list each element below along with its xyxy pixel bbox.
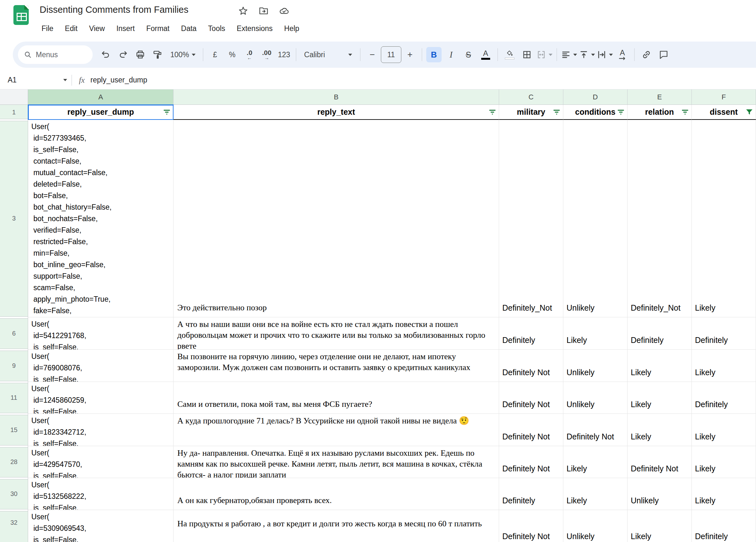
- row-header[interactable]: 9: [0, 350, 28, 382]
- cell-dissent[interactable]: Likely: [692, 446, 756, 478]
- menu-data[interactable]: Data: [177, 22, 201, 35]
- text-rotation-button[interactable]: A: [615, 47, 630, 62]
- cell-reply-text[interactable]: А что вы наши ваши они все на войне есть…: [174, 317, 499, 350]
- cell-reply-user-dump[interactable]: User( id=769008076, is_self=False,: [28, 350, 174, 382]
- row-header-1[interactable]: 1: [0, 105, 28, 120]
- cell-c1[interactable]: military: [499, 105, 563, 120]
- text-wrap-button[interactable]: [597, 47, 613, 62]
- cell-conditions[interactable]: Unlikely: [563, 510, 628, 542]
- strikethrough-button[interactable]: S: [461, 47, 476, 62]
- cell-reply-user-dump[interactable]: User( id=429547570, is_self=False,: [28, 446, 174, 478]
- menus-search-button[interactable]: Menus: [18, 45, 93, 64]
- row-header[interactable]: 11: [0, 382, 28, 414]
- cell-conditions[interactable]: Likely: [563, 317, 628, 350]
- cell-dissent[interactable]: Likely: [692, 478, 756, 510]
- row-header[interactable]: 32: [0, 510, 28, 542]
- cell-relation[interactable]: Definitely_Not: [628, 120, 692, 317]
- menu-help[interactable]: Help: [280, 22, 304, 35]
- cell-dissent[interactable]: Likely: [692, 350, 756, 382]
- column-header-a[interactable]: A: [28, 89, 174, 105]
- cell-military[interactable]: Definitely Not: [499, 510, 563, 542]
- format-percent-button[interactable]: %: [225, 47, 240, 62]
- filter-lines-icon[interactable]: [617, 108, 625, 116]
- cell-reply-text[interactable]: Это действительно позор: [174, 120, 499, 317]
- cell-reply-user-dump[interactable]: User( id=5277393465, is_self=False, cont…: [28, 120, 174, 317]
- font-size-input[interactable]: 11: [381, 46, 401, 63]
- cell-conditions[interactable]: Likely: [563, 446, 628, 478]
- cell-dissent[interactable]: Definitely: [692, 510, 756, 542]
- filter-lines-icon[interactable]: [552, 108, 561, 116]
- row-header[interactable]: 3: [0, 120, 28, 317]
- menu-file[interactable]: File: [37, 22, 58, 35]
- insert-comment-button[interactable]: [656, 47, 671, 62]
- cell-reply-user-dump[interactable]: User( id=5412291768, is_self=False,: [28, 317, 174, 350]
- cell-conditions[interactable]: Likely: [563, 478, 628, 510]
- cell-f1[interactable]: dissent: [692, 105, 756, 120]
- print-button[interactable]: [133, 47, 148, 62]
- increase-font-size-button[interactable]: +: [402, 47, 418, 62]
- bold-button[interactable]: B: [426, 47, 442, 62]
- row-header[interactable]: 6: [0, 317, 28, 350]
- cell-a1-selected[interactable]: reply_user_dump: [28, 105, 174, 120]
- column-header-d[interactable]: D: [563, 89, 628, 105]
- cloud-saved-icon[interactable]: [279, 6, 289, 17]
- column-header-e[interactable]: E: [628, 89, 692, 105]
- cell-military[interactable]: Definitely Not: [499, 382, 563, 414]
- cell-e1[interactable]: relation: [628, 105, 692, 120]
- cell-military[interactable]: Definitely Not: [499, 414, 563, 446]
- column-header-b[interactable]: B: [174, 89, 499, 105]
- cell-dissent[interactable]: Likely: [692, 414, 756, 446]
- name-box[interactable]: A1: [0, 76, 72, 84]
- cell-military[interactable]: Definitely_Not: [499, 120, 563, 317]
- paint-format-button[interactable]: [150, 47, 165, 62]
- cell-conditions[interactable]: Unlikely: [563, 120, 628, 317]
- cell-dissent[interactable]: Definitely: [692, 382, 756, 414]
- move-to-folder-icon[interactable]: [258, 6, 269, 17]
- cell-military[interactable]: Definitely: [499, 317, 563, 350]
- menu-extensions[interactable]: Extensions: [232, 22, 277, 35]
- cell-reply-text[interactable]: Ну да- направления. Опечатка. Ещё я их н…: [174, 446, 499, 478]
- menu-edit[interactable]: Edit: [60, 22, 82, 35]
- text-color-button[interactable]: A: [478, 47, 493, 62]
- cell-reply-text[interactable]: А он как губернатор,обязан проверять все…: [174, 478, 499, 510]
- fill-color-button[interactable]: [502, 47, 517, 62]
- cell-military[interactable]: Definitely Not: [499, 350, 563, 382]
- cell-relation[interactable]: Unlikely: [628, 478, 692, 510]
- insert-link-button[interactable]: [639, 47, 654, 62]
- filter-lines-icon[interactable]: [488, 108, 497, 116]
- row-header[interactable]: 28: [0, 446, 28, 478]
- cell-conditions[interactable]: Unlikely: [563, 350, 628, 382]
- select-all-corner[interactable]: [0, 89, 28, 105]
- cell-conditions[interactable]: Definitely Not: [563, 414, 628, 446]
- italic-button[interactable]: I: [444, 47, 459, 62]
- cell-reply-user-dump[interactable]: User( id=1245860259, is_self=False,: [28, 382, 174, 414]
- cell-relation[interactable]: Likely: [628, 350, 692, 382]
- column-header-c[interactable]: C: [499, 89, 563, 105]
- horizontal-align-button[interactable]: [561, 47, 577, 62]
- cell-dissent[interactable]: Definitely: [692, 317, 756, 350]
- vertical-align-button[interactable]: [579, 47, 595, 62]
- cell-relation[interactable]: Definitely Not: [628, 446, 692, 478]
- more-formats-button[interactable]: 123: [276, 47, 292, 62]
- decrease-decimal-button[interactable]: .0 ←: [242, 47, 257, 62]
- cell-reply-text[interactable]: Вы позвоните на горячую линию, через отд…: [174, 350, 499, 382]
- filter-lines-icon[interactable]: [681, 108, 689, 116]
- menu-view[interactable]: View: [85, 22, 109, 35]
- cell-reply-text[interactable]: Сами и ответили, пока мой там, вы меня Ф…: [174, 382, 499, 414]
- star-icon[interactable]: [238, 6, 248, 17]
- cell-reply-user-dump[interactable]: User( id=1823342712, is_self=False,: [28, 414, 174, 446]
- font-family-selector[interactable]: Calibri: [300, 47, 356, 62]
- menu-format[interactable]: Format: [142, 22, 174, 35]
- cell-d1[interactable]: conditions: [563, 105, 628, 120]
- cell-relation[interactable]: Likely: [628, 414, 692, 446]
- cell-relation[interactable]: Likely: [628, 382, 692, 414]
- cell-military[interactable]: Definitely Not: [499, 446, 563, 478]
- cell-reply-text[interactable]: А куда прошлогодние 71 делась? В Уссурий…: [174, 414, 499, 446]
- cell-reply-text[interactable]: На продукты я работаю , а вот кредит и д…: [174, 510, 499, 542]
- zoom-selector[interactable]: 100%: [167, 47, 199, 62]
- borders-button[interactable]: [519, 47, 535, 62]
- row-header[interactable]: 15: [0, 414, 28, 446]
- cell-military[interactable]: Definitely: [499, 478, 563, 510]
- filter-lines-icon[interactable]: [163, 108, 171, 116]
- cell-b1[interactable]: reply_text: [174, 105, 499, 120]
